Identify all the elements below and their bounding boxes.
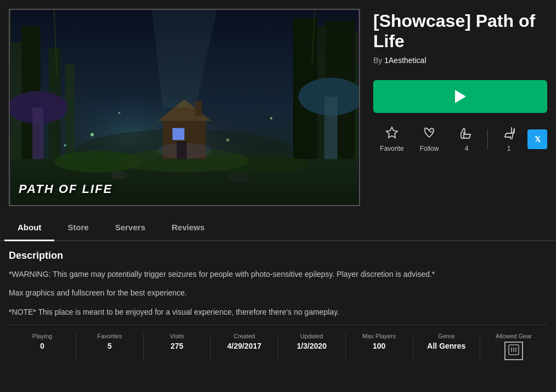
top-section: PATH OF LIFE [Showcase] Path of Life By … [0, 0, 556, 215]
svg-point-33 [64, 144, 66, 146]
thumbs-up-button[interactable]: 4 [448, 124, 485, 155]
stat-created-label: Created [234, 333, 255, 339]
stat-genre-label: Genre [438, 333, 455, 339]
twitter-icon: 𝕏 [535, 135, 541, 144]
stat-visits-label: Visits [170, 333, 184, 339]
tab-about[interactable]: About [4, 215, 54, 241]
play-icon [455, 90, 466, 103]
tab-store[interactable]: Store [54, 215, 102, 241]
thumbs-down-icon [502, 126, 515, 143]
description-title: Description [9, 250, 547, 262]
stat-genre-value: All Genres [427, 342, 465, 350]
stats-bar: Playing 0 Favorites 5 Visits 275 Created… [9, 325, 547, 360]
stat-maxplayers-label: Max Players [362, 333, 396, 339]
svg-rect-26 [172, 128, 184, 140]
description-line-3: *NOTE* This place is meant to be enjoyed… [9, 306, 547, 318]
star-icon [385, 126, 398, 143]
thumbs-down-count: 1 [507, 145, 511, 152]
thumbs-up-count: 4 [465, 145, 469, 152]
stat-created-value: 4/29/2017 [227, 342, 261, 350]
info-panel: [Showcase] Path of Life By 1Aesthetical … [373, 9, 547, 206]
svg-point-20 [111, 171, 128, 180]
stat-updated-label: Updated [300, 333, 323, 339]
play-button[interactable] [373, 80, 547, 113]
favorite-label: Favorite [380, 145, 403, 152]
gear-icon [504, 342, 523, 360]
stat-genre: Genre All Genres [413, 333, 481, 360]
svg-rect-24 [195, 101, 202, 116]
follow-button[interactable]: Follow [411, 124, 448, 155]
follow-icon [423, 126, 436, 143]
description-line-2: Max graphics and fullscreen for the best… [9, 287, 547, 299]
thumbs-down-button[interactable]: 1 [490, 124, 527, 155]
thumbnail-title-overlay: PATH OF LIFE [19, 182, 113, 196]
stat-updated: Updated 1/3/2020 [278, 333, 346, 360]
stat-favorites-label: Favorites [97, 333, 122, 339]
stat-favorites-value: 5 [108, 342, 112, 350]
svg-point-29 [91, 133, 94, 136]
tab-reviews[interactable]: Reviews [159, 215, 218, 241]
svg-point-32 [226, 138, 229, 141]
stat-playing-value: 0 [40, 342, 44, 350]
stat-maxplayers: Max Players 100 [346, 333, 413, 360]
svg-point-31 [118, 112, 120, 114]
stat-visits-value: 275 [171, 342, 183, 350]
stat-playing: Playing 0 [9, 333, 76, 360]
stat-created: Created 4/29/2017 [211, 333, 278, 360]
action-row: Favorite Follow [373, 124, 547, 155]
stat-favorites: Favorites 5 [76, 333, 144, 360]
stat-allowedgear-label: Allowed Gear [496, 333, 532, 339]
stat-maxplayers-value: 100 [373, 342, 385, 350]
game-thumbnail: PATH OF LIFE [9, 9, 360, 206]
svg-point-30 [270, 117, 272, 120]
stat-playing-label: Playing [32, 333, 52, 339]
stat-allowedgear: Allowed Gear [480, 333, 547, 360]
creator-name[interactable]: 1Aesthetical [384, 56, 426, 65]
svg-point-28 [158, 143, 212, 159]
thumbs-up-icon [460, 126, 473, 143]
follow-label: Follow [420, 145, 439, 152]
description-line-1: *WARNING: This game may potentially trig… [9, 268, 547, 280]
tab-servers[interactable]: Servers [102, 215, 159, 241]
twitter-button[interactable]: 𝕏 [527, 129, 547, 149]
favorite-button[interactable]: Favorite [373, 124, 411, 155]
stat-updated-value: 1/3/2020 [297, 342, 327, 350]
tabs-bar: About Store Servers Reviews [0, 215, 556, 241]
page-container: PATH OF LIFE [Showcase] Path of Life By … [0, 0, 556, 369]
game-creator: By 1Aesthetical [373, 56, 547, 65]
content-area: Description *WARNING: This game may pote… [0, 241, 556, 369]
stat-visits: Visits 275 [144, 333, 211, 360]
game-title: [Showcase] Path of Life [373, 11, 547, 52]
svg-marker-37 [386, 127, 397, 138]
vote-separator [487, 129, 488, 149]
svg-point-21 [228, 173, 250, 183]
